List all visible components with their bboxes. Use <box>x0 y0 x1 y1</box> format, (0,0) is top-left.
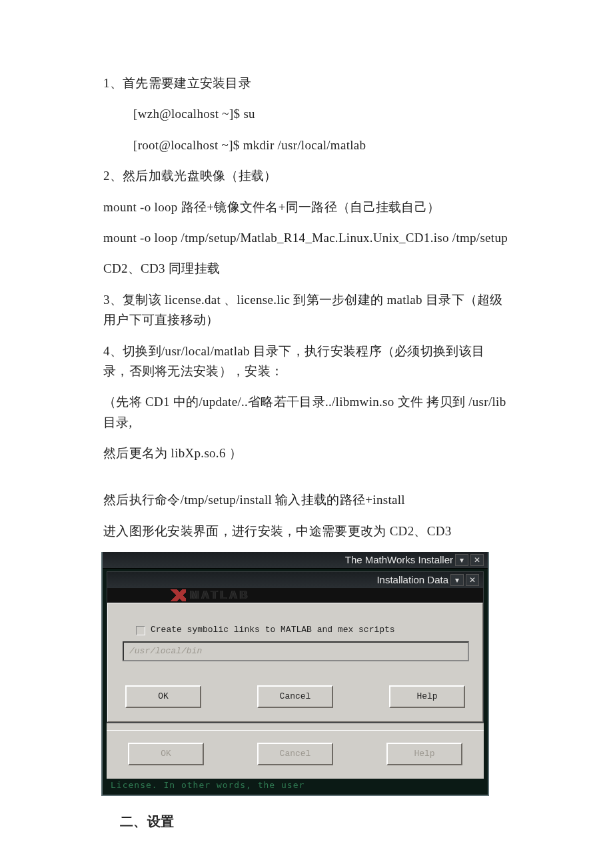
lib-copy-note: （先将 CD1 中的/update/..省略若干目录../libmwin.so … <box>103 392 510 433</box>
outer-titlebar: The MathWorks Installer ▾ ✕ <box>103 552 488 569</box>
path-field-value: /usr/local/bin <box>129 645 202 659</box>
step-2-heading: 2、然后加载光盘映像（挂载） <box>103 166 510 186</box>
outer-help-button[interactable]: Help <box>386 743 462 765</box>
mount-pattern: mount -o loop 路径+镜像文件名+同一路径（自己挂载自己） <box>103 197 510 217</box>
cd23-note: CD2、CD3 同理挂载 <box>103 259 510 279</box>
outer-window-title: The MathWorks Installer <box>345 552 453 568</box>
inner-window-title: Installation Data <box>376 572 448 588</box>
cmd-mkdir: [root@localhost ~]$ mkdir /usr/local/mat… <box>103 135 510 155</box>
ok-button[interactable]: OK <box>125 685 201 708</box>
step-4: 4、切换到/usr/local/matlab 目录下，执行安装程序（必须切换到该… <box>103 341 510 382</box>
gui-note: 进入图形化安装界面，进行安装，中途需要更改为 CD2、CD3 <box>103 521 510 541</box>
terminal-text-fragment: License. In other words, the user <box>107 779 484 792</box>
mount-example: mount -o loop /tmp/setup/Matlab_R14_Mac.… <box>103 228 510 248</box>
step-1-heading: 1、首先需要建立安装目录 <box>103 73 510 93</box>
inner-button-row: OK Cancel Help <box>121 685 469 708</box>
symlink-checkbox-label: Create symbolic links to MATLAB and mex … <box>151 623 395 637</box>
symlink-checkbox-row[interactable]: Create symbolic links to MATLAB and mex … <box>136 623 469 637</box>
panel-divider <box>107 723 484 730</box>
matlab-banner: MATLAB <box>107 588 483 603</box>
minimize-icon[interactable]: ▾ <box>455 554 468 566</box>
cancel-button[interactable]: Cancel <box>257 685 333 708</box>
outer-ok-button[interactable]: OK <box>128 743 204 765</box>
installer-screenshot: The MathWorks Installer ▾ ✕ Installation… <box>101 552 489 796</box>
close-icon[interactable]: ✕ <box>470 554 484 566</box>
section-2-heading: 二、设置 <box>103 811 510 832</box>
document-page: 1、首先需要建立安装目录 [wzh@localhost ~]$ su [root… <box>0 0 613 868</box>
outer-button-panel: OK Cancel Help <box>107 730 484 779</box>
lib-rename-note: 然后更名为 libXp.so.6 ） <box>103 443 510 463</box>
install-cmd: 然后执行命令/tmp/setup/install 输入挂载的路径+install <box>103 490 510 510</box>
inner-minimize-icon[interactable]: ▾ <box>450 574 464 586</box>
outer-button-row: OK Cancel Help <box>124 743 466 765</box>
outer-cancel-button[interactable]: Cancel <box>257 743 333 765</box>
matlab-banner-text: MATLAB <box>190 587 250 604</box>
cmd-su: [wzh@localhost ~]$ su <box>103 104 510 124</box>
inner-close-icon[interactable]: ✕ <box>466 574 479 586</box>
inner-window: Installation Data ▾ ✕ MATLAB Create symb… <box>107 571 484 723</box>
help-button[interactable]: Help <box>389 685 465 708</box>
checkbox-icon[interactable] <box>136 626 145 635</box>
installation-data-panel: Create symbolic links to MATLAB and mex … <box>107 603 483 722</box>
step-3: 3、复制该 license.dat 、license.lic 到第一步创建的 m… <box>103 290 510 331</box>
inner-titlebar: Installation Data ▾ ✕ <box>107 572 483 588</box>
matlab-logo-icon <box>167 589 186 601</box>
symlink-path-field[interactable]: /usr/local/bin <box>123 641 469 661</box>
